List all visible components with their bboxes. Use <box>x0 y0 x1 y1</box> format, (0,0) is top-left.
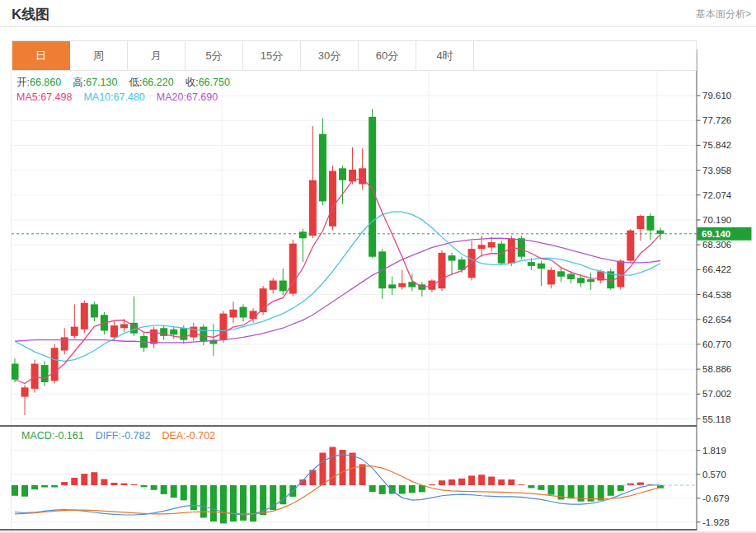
price-tick-label: 73.958 <box>702 166 731 175</box>
info-value: 67.498 <box>40 91 72 103</box>
tab-30分[interactable]: 30分 <box>301 41 359 70</box>
macd-row-item: DEA:-0.702 <box>162 430 215 442</box>
info-value: 67.690 <box>186 91 218 103</box>
price-tick-label: 62.654 <box>702 315 732 325</box>
info-label: DIFF: <box>96 430 121 442</box>
price-tick-label: 72.074 <box>702 190 732 200</box>
chart-plot-area[interactable] <box>12 71 697 531</box>
ohlc-row-item: 收:66.750 <box>185 77 230 88</box>
price-tick-label: 70.190 <box>702 215 731 225</box>
fundamental-analysis-link[interactable]: 基本面分析> <box>696 7 751 21</box>
tab-4时[interactable]: 4时 <box>416 41 474 70</box>
tab-日[interactable]: 日 <box>12 41 70 70</box>
info-value: 67.130 <box>86 77 117 88</box>
info-label: MA20: <box>157 91 186 103</box>
ma-info-row: MA5:67.498MA10:67.480MA20:67.690 <box>16 91 229 103</box>
info-label: DEA: <box>162 430 185 442</box>
macd-tick-label: -0.679 <box>702 493 730 503</box>
info-label: 高: <box>73 77 86 88</box>
info-value: 66.750 <box>199 77 230 88</box>
price-tick-label: 64.538 <box>702 290 731 300</box>
price-tick-label: 55.118 <box>702 414 730 424</box>
info-label: 开: <box>16 77 30 88</box>
info-value: 67.480 <box>114 91 145 103</box>
macd-info-row: MACD:-0.161DIFF:-0.782DEA:-0.702 <box>21 430 227 442</box>
price-tick-label: 57.002 <box>702 389 731 399</box>
tab-15分[interactable]: 15分 <box>243 41 301 70</box>
info-value: -0.702 <box>186 430 215 442</box>
price-tick-label: 58.886 <box>702 364 731 374</box>
price-tick-label: 79.610 <box>702 91 731 101</box>
macd-row-item: DIFF:-0.782 <box>96 430 151 442</box>
ohlc-info-row: 开:66.860高:67.130低:66.220收:66.750 <box>16 76 242 90</box>
current-price-value: 69.140 <box>702 229 730 239</box>
tab-周[interactable]: 周 <box>70 41 128 70</box>
price-tick-label: 75.842 <box>702 140 731 150</box>
info-value: 66.220 <box>142 77 173 88</box>
tab-60分[interactable]: 60分 <box>359 41 416 70</box>
ohlc-row-item: 低:66.220 <box>129 77 173 88</box>
macd-tick-label: 1.819 <box>702 446 726 456</box>
info-label: MACD: <box>21 430 54 442</box>
ohlc-row-item: 开:66.860 <box>16 77 61 88</box>
ma-row-item: MA20:67.690 <box>157 91 218 103</box>
timeframe-tabs: 日周月5分15分30分60分4时 <box>12 40 697 71</box>
tab-5分[interactable]: 5分 <box>185 41 243 70</box>
info-value: -0.782 <box>121 430 150 442</box>
widget-header: K线图 基本面分析> <box>0 0 756 27</box>
kline-widget: 79.61077.72675.84273.95872.07470.19068.3… <box>0 0 756 533</box>
macd-tick-label: -1.928 <box>702 517 730 527</box>
info-label: 低: <box>129 77 142 88</box>
ma-row-item: MA5:67.498 <box>16 91 72 103</box>
current-price-badge: 69.140 <box>697 227 752 241</box>
ohlc-row-item: 高:67.130 <box>73 77 117 88</box>
info-value: 66.860 <box>30 77 61 88</box>
ma-row-item: MA10:67.480 <box>83 91 144 103</box>
price-tick-label: 68.306 <box>702 240 731 250</box>
info-label: 收: <box>185 77 199 88</box>
price-tick-label: 66.422 <box>702 264 731 274</box>
info-label: MA10: <box>83 91 113 103</box>
macd-tick-label: 0.570 <box>702 470 726 479</box>
page-title: K线图 <box>12 5 49 24</box>
macd-row-item: MACD:-0.161 <box>21 430 84 442</box>
price-tick-label: 60.770 <box>702 339 731 349</box>
tab-月[interactable]: 月 <box>128 41 185 70</box>
info-value: -0.161 <box>54 430 83 442</box>
price-axis: 79.61077.72675.84273.95872.07470.19068.3… <box>697 91 732 527</box>
price-tick-label: 77.726 <box>702 115 731 125</box>
info-label: MA5: <box>16 91 40 103</box>
